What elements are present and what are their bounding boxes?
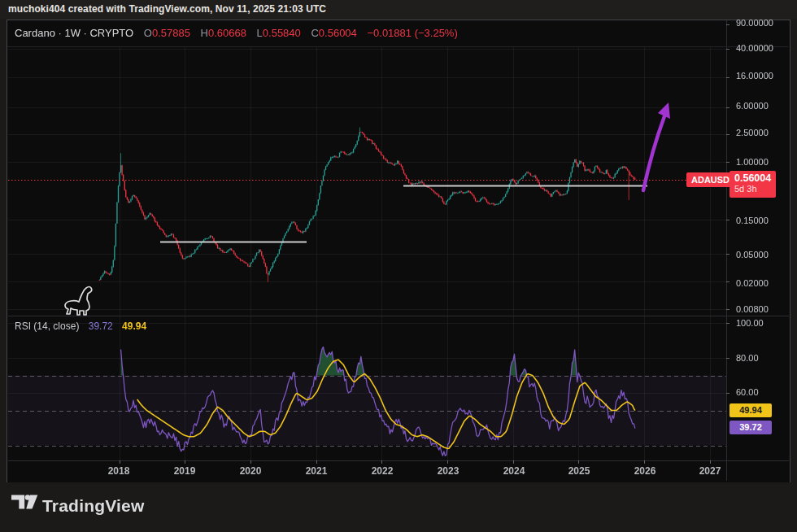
dino-drawing[interactable] — [62, 285, 98, 317]
tradingview-logo-text: TradingView — [42, 496, 145, 516]
arrow-drawing[interactable] — [0, 0, 797, 532]
footer-bar: TradingView — [0, 482, 797, 532]
tradingview-snapshot: muchoki404 created with TradingView.com,… — [0, 0, 797, 532]
tradingview-logo[interactable] — [11, 494, 39, 510]
tradingview-logo-icon — [11, 494, 39, 510]
